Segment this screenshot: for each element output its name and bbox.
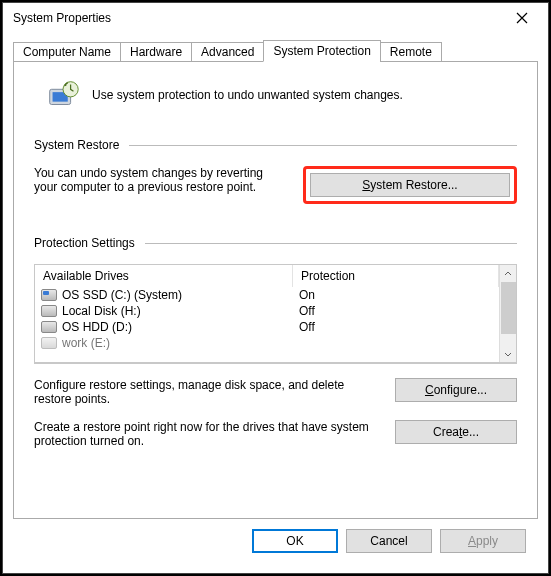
drives-scroll: Available Drives Protection OS SSD (C:) …: [35, 265, 499, 362]
window-body: Computer Name Hardware Advanced System P…: [3, 33, 548, 573]
intro-row: Use system protection to undo unwanted s…: [34, 76, 517, 114]
close-button[interactable]: [500, 4, 544, 32]
configure-button[interactable]: Configure...: [395, 378, 517, 402]
configure-text: Configure restore settings, manage disk …: [34, 378, 379, 406]
apply-button: Apply: [440, 529, 526, 553]
drive-icon: [41, 321, 57, 333]
intro-text: Use system protection to undo unwanted s…: [92, 88, 403, 102]
configure-row: Configure restore settings, manage disk …: [34, 378, 517, 406]
table-row[interactable]: Local Disk (H:) Off: [35, 303, 499, 319]
restore-text: You can undo system changes by reverting…: [34, 166, 279, 194]
chevron-up-icon: [504, 270, 512, 278]
drive-protection: Off: [293, 303, 499, 319]
drive-protection: Off: [293, 319, 499, 335]
chevron-down-icon: [504, 350, 512, 358]
titlebar: System Properties: [3, 3, 548, 33]
ok-button[interactable]: OK: [252, 529, 338, 553]
table-row[interactable]: work (E:): [35, 335, 499, 351]
system-restore-button[interactable]: System Restore...: [310, 173, 510, 197]
drive-name: OS HDD (D:): [62, 320, 132, 334]
drives-rows: OS SSD (C:) (System) On Local Disk (H:) …: [35, 287, 499, 351]
tab-hardware[interactable]: Hardware: [120, 42, 192, 62]
tab-system-protection[interactable]: System Protection: [263, 40, 380, 62]
drive-protection: [293, 342, 499, 344]
table-row[interactable]: OS HDD (D:) Off: [35, 319, 499, 335]
drive-icon: [41, 337, 57, 349]
scroll-down-button[interactable]: [500, 345, 516, 362]
drive-protection: On: [293, 287, 499, 303]
section-title-protection: Protection Settings: [34, 236, 135, 250]
create-text: Create a restore point right now for the…: [34, 420, 379, 448]
tab-advanced[interactable]: Advanced: [191, 42, 264, 62]
scroll-up-button[interactable]: [500, 265, 516, 282]
drive-name: Local Disk (H:): [62, 304, 141, 318]
tab-remote[interactable]: Remote: [380, 42, 442, 62]
drives-header: Available Drives Protection: [35, 265, 499, 287]
dialog-footer: OK Cancel Apply: [13, 519, 538, 563]
section-protection-settings: Protection Settings: [34, 236, 517, 250]
highlight-box: System Restore...: [303, 166, 517, 204]
divider: [145, 243, 517, 244]
tab-computer-name[interactable]: Computer Name: [13, 42, 121, 62]
drives-table: Available Drives Protection OS SSD (C:) …: [34, 264, 517, 364]
table-row[interactable]: OS SSD (C:) (System) On: [35, 287, 499, 303]
tabstrip: Computer Name Hardware Advanced System P…: [13, 40, 538, 62]
col-protection[interactable]: Protection: [293, 265, 499, 287]
cancel-button[interactable]: Cancel: [346, 529, 432, 553]
tabpanel-system-protection: Use system protection to undo unwanted s…: [13, 61, 538, 519]
drive-icon: [41, 289, 57, 301]
section-title-restore: System Restore: [34, 138, 119, 152]
close-icon: [516, 12, 528, 24]
divider: [129, 145, 517, 146]
window-title: System Properties: [13, 11, 111, 25]
drive-icon: [41, 305, 57, 317]
scrollbar-thumb[interactable]: [501, 282, 516, 334]
restore-row: You can undo system changes by reverting…: [34, 166, 517, 204]
drive-name: work (E:): [62, 336, 110, 350]
section-system-restore: System Restore: [34, 138, 517, 152]
create-row: Create a restore point right now for the…: [34, 420, 517, 448]
drive-name: OS SSD (C:) (System): [62, 288, 182, 302]
system-properties-window: System Properties Computer Name Hardware…: [2, 2, 549, 574]
scrollbar[interactable]: [499, 265, 516, 362]
create-button[interactable]: Create...: [395, 420, 517, 444]
system-protection-icon: [44, 76, 82, 114]
col-available-drives[interactable]: Available Drives: [35, 265, 293, 287]
